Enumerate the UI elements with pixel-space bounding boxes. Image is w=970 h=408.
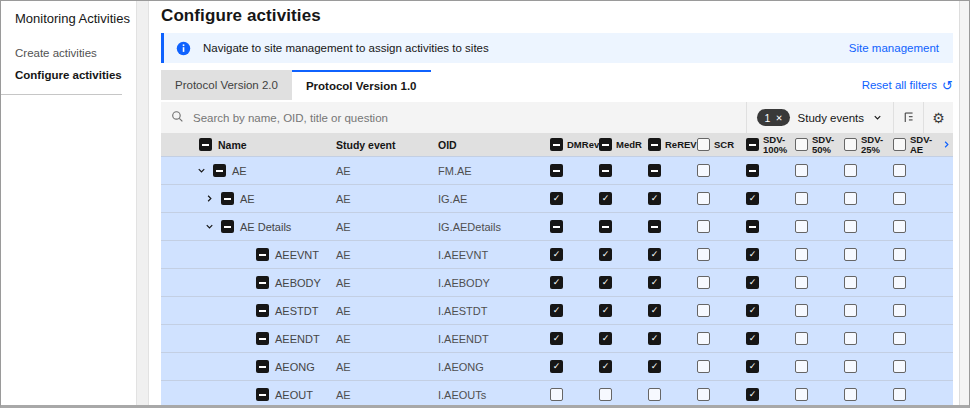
table-row[interactable]: AEAEIG.AE [161, 184, 953, 212]
row-sdv-100%-checked-checkbox[interactable] [746, 276, 759, 289]
row-rerev-checked-checkbox[interactable] [648, 192, 661, 205]
tree-view-icon[interactable] [893, 102, 923, 133]
row-sdv-100%-checked-checkbox[interactable] [746, 304, 759, 317]
row-sdv-ae-unchecked-checkbox[interactable] [893, 192, 906, 205]
row-dmrev-indeterminate-checkbox[interactable] [550, 164, 563, 177]
row-dmrev-checked-checkbox[interactable] [550, 332, 563, 345]
row-sdv-ae-unchecked-checkbox[interactable] [893, 248, 906, 261]
row-sdv-25%-unchecked-checkbox[interactable] [844, 164, 857, 177]
row-dmrev-checked-checkbox[interactable] [550, 248, 563, 261]
row-sdv-25%-unchecked-checkbox[interactable] [844, 248, 857, 261]
row-scr-unchecked-checkbox[interactable] [697, 164, 710, 177]
row-medr-checked-checkbox[interactable] [599, 248, 612, 261]
row-sdv-50%-unchecked-checkbox[interactable] [795, 388, 808, 401]
reset-all-filters-link[interactable]: Reset all filters ↺ [862, 79, 953, 92]
scroll-right-button[interactable] [940, 133, 953, 156]
row-sdv-25%-unchecked-checkbox[interactable] [844, 276, 857, 289]
row-sdv-100%-checked-checkbox[interactable] [746, 192, 759, 205]
collapse-row-icon[interactable] [203, 221, 215, 232]
row-name-indeterminate-checkbox[interactable] [256, 360, 269, 373]
search-input[interactable] [193, 112, 746, 124]
header-scr-unchecked-checkbox[interactable] [697, 138, 710, 151]
right-scroll-gutter[interactable] [959, 1, 969, 405]
row-dmrev-unchecked-checkbox[interactable] [550, 388, 563, 401]
row-sdv-ae-unchecked-checkbox[interactable] [893, 220, 906, 233]
header-dmrev-indeterminate-checkbox[interactable] [550, 138, 563, 151]
chevron-down-icon[interactable] [872, 109, 883, 127]
row-scr-unchecked-checkbox[interactable] [697, 360, 710, 373]
row-medr-checked-checkbox[interactable] [599, 304, 612, 317]
row-sdv-25%-unchecked-checkbox[interactable] [844, 360, 857, 373]
row-sdv-25%-unchecked-checkbox[interactable] [844, 304, 857, 317]
row-name-indeterminate-checkbox[interactable] [213, 164, 226, 177]
row-dmrev-checked-checkbox[interactable] [550, 304, 563, 317]
table-row[interactable]: AEENDTAEI.AEENDT [161, 324, 953, 352]
row-rerev-checked-checkbox[interactable] [648, 360, 661, 373]
row-dmrev-checked-checkbox[interactable] [550, 360, 563, 373]
row-sdv-ae-unchecked-checkbox[interactable] [893, 360, 906, 373]
row-sdv-ae-unchecked-checkbox[interactable] [893, 388, 906, 401]
expand-row-icon[interactable] [203, 193, 215, 204]
row-name-indeterminate-checkbox[interactable] [256, 332, 269, 345]
row-name-indeterminate-checkbox[interactable] [221, 192, 234, 205]
row-sdv-50%-unchecked-checkbox[interactable] [795, 332, 808, 345]
row-name-indeterminate-checkbox[interactable] [221, 220, 234, 233]
row-dmrev-checked-checkbox[interactable] [550, 192, 563, 205]
header-sdv-50%-unchecked-checkbox[interactable] [795, 138, 808, 151]
row-sdv-ae-unchecked-checkbox[interactable] [893, 164, 906, 177]
sidebar-item-configure-activities[interactable]: Configure activities [15, 64, 136, 86]
header-rerev-indeterminate-checkbox[interactable] [648, 138, 661, 151]
row-rerev-unchecked-checkbox[interactable] [648, 388, 661, 401]
row-sdv-25%-unchecked-checkbox[interactable] [844, 220, 857, 233]
row-medr-unchecked-checkbox[interactable] [599, 388, 612, 401]
clear-filter-icon[interactable]: ✕ [775, 113, 782, 123]
row-scr-unchecked-checkbox[interactable] [697, 388, 710, 401]
collapse-row-icon[interactable] [195, 165, 207, 176]
row-medr-checked-checkbox[interactable] [599, 276, 612, 289]
row-sdv-50%-unchecked-checkbox[interactable] [795, 276, 808, 289]
row-rerev-checked-checkbox[interactable] [648, 276, 661, 289]
row-sdv-50%-unchecked-checkbox[interactable] [795, 220, 808, 233]
row-sdv-25%-unchecked-checkbox[interactable] [844, 388, 857, 401]
row-sdv-100%-checked-checkbox[interactable] [746, 360, 759, 373]
settings-gear-icon[interactable]: ⚙ [923, 102, 953, 133]
row-sdv-25%-unchecked-checkbox[interactable] [844, 332, 857, 345]
row-name-indeterminate-checkbox[interactable] [256, 276, 269, 289]
row-scr-unchecked-checkbox[interactable] [697, 304, 710, 317]
row-sdv-ae-unchecked-checkbox[interactable] [893, 276, 906, 289]
row-name-indeterminate-checkbox[interactable] [256, 388, 269, 401]
row-sdv-50%-unchecked-checkbox[interactable] [795, 304, 808, 317]
sidebar-item-create-activities[interactable]: Create activities [15, 42, 136, 64]
row-medr-checked-checkbox[interactable] [599, 332, 612, 345]
row-sdv-100%-checked-checkbox[interactable] [746, 248, 759, 261]
header-sdv-ae-unchecked-checkbox[interactable] [893, 138, 906, 151]
header-medr-indeterminate-checkbox[interactable] [599, 138, 612, 151]
table-row[interactable]: AEAEFM.AE [161, 156, 953, 184]
study-events-filter[interactable]: 1 ✕ Study events [746, 102, 893, 133]
site-management-link[interactable]: Site management [849, 42, 939, 54]
header-name-indeterminate-checkbox[interactable] [199, 138, 212, 151]
row-dmrev-indeterminate-checkbox[interactable] [550, 220, 563, 233]
row-rerev-checked-checkbox[interactable] [648, 248, 661, 261]
table-row[interactable]: AEONGAEI.AEONG [161, 352, 953, 380]
row-medr-checked-checkbox[interactable] [599, 192, 612, 205]
row-sdv-100%-indeterminate-checkbox[interactable] [746, 164, 759, 177]
row-sdv-50%-unchecked-checkbox[interactable] [795, 248, 808, 261]
table-row[interactable]: AEEVNTAEI.AEEVNT [161, 240, 953, 268]
row-sdv-50%-unchecked-checkbox[interactable] [795, 192, 808, 205]
row-rerev-indeterminate-checkbox[interactable] [648, 220, 661, 233]
row-dmrev-checked-checkbox[interactable] [550, 276, 563, 289]
table-row[interactable]: AEBODYAEI.AEBODY [161, 268, 953, 296]
tab-protocol-version-2[interactable]: Protocol Version 2.0 [161, 70, 292, 100]
row-sdv-ae-unchecked-checkbox[interactable] [893, 304, 906, 317]
header-sdv-100%-indeterminate-checkbox[interactable] [746, 138, 759, 151]
row-sdv-50%-unchecked-checkbox[interactable] [795, 360, 808, 373]
row-medr-indeterminate-checkbox[interactable] [599, 164, 612, 177]
row-scr-unchecked-checkbox[interactable] [697, 248, 710, 261]
row-rerev-checked-checkbox[interactable] [648, 332, 661, 345]
row-name-indeterminate-checkbox[interactable] [256, 248, 269, 261]
row-sdv-50%-unchecked-checkbox[interactable] [795, 164, 808, 177]
header-sdv-25%-unchecked-checkbox[interactable] [844, 138, 857, 151]
table-row[interactable]: AESTDTAEI.AESTDT [161, 296, 953, 324]
row-rerev-indeterminate-checkbox[interactable] [648, 164, 661, 177]
